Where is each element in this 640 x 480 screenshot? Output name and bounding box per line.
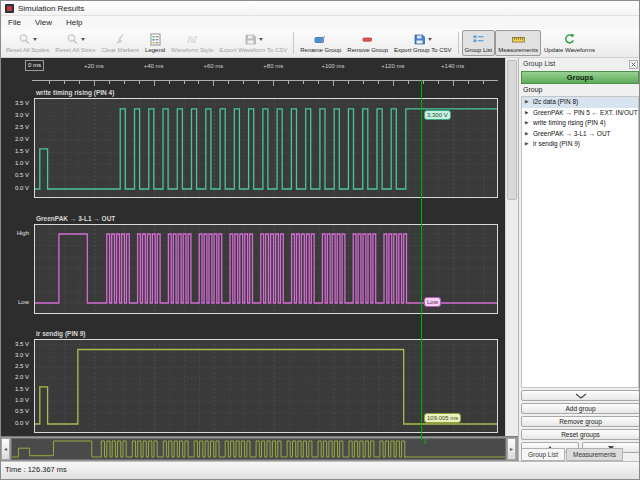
legend-icon <box>149 33 162 46</box>
grouplist-icon <box>472 33 485 46</box>
toolbar-button-label: Waveform Style <box>171 47 213 53</box>
group-list-button[interactable]: Group List <box>462 30 496 56</box>
window-title: Simulation Results <box>18 4 84 13</box>
y-axis-label: High <box>17 230 29 236</box>
update-waveforms-button[interactable]: Update Waveforms <box>541 30 598 56</box>
menu-help[interactable]: Help <box>59 16 89 29</box>
ruler-tick-mark <box>64 81 65 84</box>
clear-markers-button[interactable]: Clear Markers <box>98 30 142 56</box>
measurements-button[interactable]: Measurements <box>495 30 541 56</box>
ruler-tick-mark <box>184 81 185 84</box>
ruler-tick-label: +60 ms <box>203 63 223 69</box>
waveform-style-button[interactable]: Waveform Style <box>168 30 216 56</box>
export-group-to-csv-button[interactable]: Export Group To CSV <box>391 30 455 56</box>
tab-measurements[interactable]: Measurements <box>566 448 623 461</box>
toolbar-button-label: Update Waveforms <box>544 47 595 53</box>
ruler-tick-label: +40 ms <box>144 63 164 69</box>
ruler-tick-mark <box>49 81 50 84</box>
group-list-item[interactable]: ▶ir sendig (PIN 9) <box>522 139 638 150</box>
remove-group-button[interactable]: Remove Group <box>344 30 391 56</box>
scrollbar-thumb[interactable] <box>507 60 517 200</box>
reset-groups-button[interactable]: Reset groups <box>521 429 640 440</box>
expand-arrow-icon[interactable]: ▶ <box>525 129 528 140</box>
y-axis-label: 0.0 V <box>15 420 29 426</box>
time-cursor-marker[interactable] <box>421 80 422 440</box>
expand-arrow-icon[interactable]: ▶ <box>525 97 528 108</box>
app-icon <box>5 4 14 13</box>
y-axis-labels: HighLow <box>1 224 32 312</box>
toolbar-separator <box>458 32 459 54</box>
ruler-tick-mark <box>198 81 199 84</box>
ruler-tick-mark <box>438 81 439 84</box>
y-axis-label: 1.0 V <box>15 160 29 166</box>
group-list-item[interactable]: ▶GreenPAK → 3-L1 → OUT <box>522 129 638 140</box>
menu-view[interactable]: View <box>28 16 59 29</box>
ruler-tick-mark <box>258 81 259 84</box>
rename-icon <box>314 33 327 46</box>
rename-group-button[interactable]: Rename Group <box>297 30 344 56</box>
toolbar-button-label: Clear Markers <box>101 47 139 53</box>
chevron-down-icon <box>575 393 587 399</box>
toolbar-icon-row <box>512 32 525 46</box>
time-ruler <box>32 80 498 81</box>
navigator-left-arrow-icon[interactable]: ◄ <box>1 438 10 460</box>
toolbar-icon-row <box>563 32 576 46</box>
dropdown-caret-icon <box>259 38 263 41</box>
ruler-tick-label: +140 ms <box>441 63 464 69</box>
magnifier-icon <box>66 33 79 46</box>
broom-icon <box>114 33 127 46</box>
y-axis-label: 1.5 V <box>15 386 29 392</box>
toolbar: Reset All ScalesReset All SizesClear Mar… <box>1 29 640 58</box>
reset-all-sizes-button[interactable]: Reset All Sizes <box>52 30 98 56</box>
ruler-tick-mark <box>333 81 334 86</box>
collapse-groups-button[interactable] <box>521 390 640 401</box>
group-list-item[interactable]: ▶i2c data (PIN 8) <box>522 97 638 108</box>
toolbar-button-label: Export Group To CSV <box>394 47 452 53</box>
cursor-value-badge: 109.005 ms <box>424 413 461 423</box>
ruler-tick-mark <box>243 81 244 84</box>
navigator-view[interactable] <box>11 438 506 460</box>
y-axis-label: 3.0 V <box>15 352 29 358</box>
ruler-tick-mark <box>273 81 274 86</box>
toolbar-icon-row <box>149 32 162 46</box>
vertical-scrollbar[interactable] <box>505 58 518 436</box>
remove-group-button[interactable]: Remove group <box>521 416 640 427</box>
ruler-tick-mark <box>408 81 409 84</box>
group-list-panel: Group List Groups Group ▶i2c data (PIN 8… <box>518 58 640 461</box>
legend-button[interactable]: Legend <box>142 30 168 56</box>
expand-arrow-icon[interactable]: ▶ <box>525 108 528 119</box>
tab-group-list[interactable]: Group List <box>521 448 565 461</box>
y-axis-label: 2.0 V <box>15 136 29 142</box>
ruler-tick-mark <box>378 81 379 84</box>
toolbar-button-label: Remove Group <box>347 47 388 53</box>
cursor-value-badge: 3.300 V <box>424 110 451 120</box>
expand-arrow-icon[interactable]: ▶ <box>525 118 528 129</box>
export-waveform-to-csv-button[interactable]: Export Waveform To CSV <box>216 30 290 56</box>
ruler-tick-mark <box>468 81 469 84</box>
dropdown-caret-icon <box>428 38 432 41</box>
close-icon[interactable] <box>629 60 638 69</box>
add-group-button[interactable]: Add group <box>521 403 640 414</box>
panel-title: GreenPAK → 3-L1 → OUT <box>36 215 115 222</box>
toolbar-icon-row <box>472 32 485 46</box>
group-list-item[interactable]: ▶write timing rising (PIN 4) <box>522 118 638 129</box>
ruler-tick-mark <box>228 81 229 84</box>
y-axis-label: 3.5 V <box>15 341 29 347</box>
y-axis-label: 0.5 V <box>15 408 29 414</box>
title-bar: Simulation Results <box>1 1 640 16</box>
magnifier-icon <box>18 33 31 46</box>
expand-arrow-icon[interactable]: ▶ <box>525 139 528 150</box>
group-list-item[interactable]: ▶GreenPAK → PIN 5 ← EXT. IN/OUT <box>522 108 638 119</box>
navigator-right-arrow-icon[interactable]: ► <box>507 438 516 460</box>
ruler-tick-mark <box>109 81 110 84</box>
toolbar-icon-row <box>186 32 199 46</box>
group-column-label: Group <box>523 86 542 93</box>
sidebar-title: Group List <box>523 60 555 67</box>
y-axis-label: Low <box>18 299 29 305</box>
y-axis-label: 2.0 V <box>15 374 29 380</box>
ruler-tick-mark <box>348 81 349 84</box>
panel-title: write timing rising (PIN 4) <box>36 89 114 96</box>
menu-file[interactable]: File <box>1 16 28 29</box>
reset-all-scales-button[interactable]: Reset All Scales <box>3 30 52 56</box>
refresh-icon <box>563 33 576 46</box>
